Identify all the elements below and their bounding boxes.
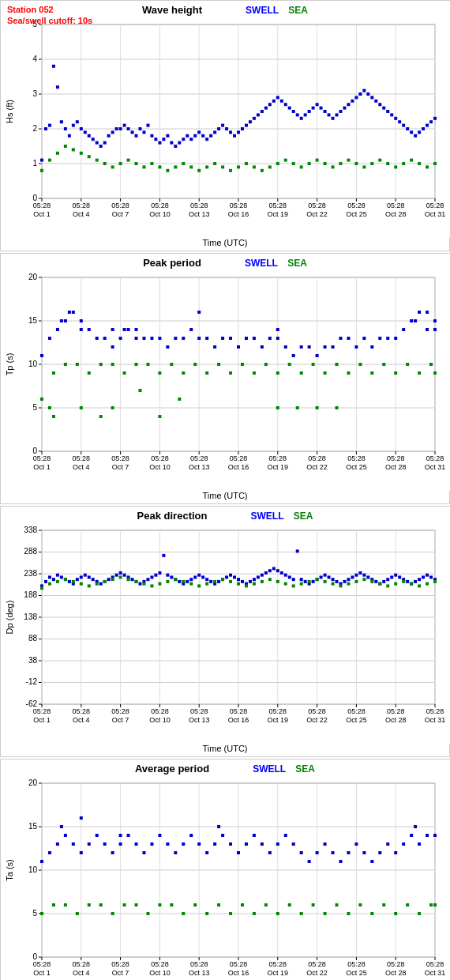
peak-period-canvas <box>1 254 450 491</box>
peak-period-chart: Peak period SWELL SEA Time (UTC) <box>0 253 450 504</box>
station-cutoff: Sea/swell cutoff: 10s <box>7 16 92 25</box>
peak-direction-chart: Peak direction SWELL SEA Time (UTC) <box>0 506 450 757</box>
average-period-chart: Average period SWELL SEA Time (UTC) <box>0 759 450 980</box>
wave-height-chart: Station 052 Sea/swell cutoff: 10s Wave h… <box>0 0 450 251</box>
station-id: Station 052 <box>7 5 54 14</box>
peak-direction-canvas <box>1 507 450 744</box>
average-period-canvas <box>1 760 450 980</box>
peak-direction-x-label: Time (UTC) <box>1 744 449 756</box>
wave-height-x-label: Time (UTC) <box>1 238 449 251</box>
wave-height-canvas <box>1 1 450 238</box>
station-label: Station 052 Sea/swell cutoff: 10s <box>7 4 92 27</box>
peak-period-x-label: Time (UTC) <box>1 491 449 503</box>
